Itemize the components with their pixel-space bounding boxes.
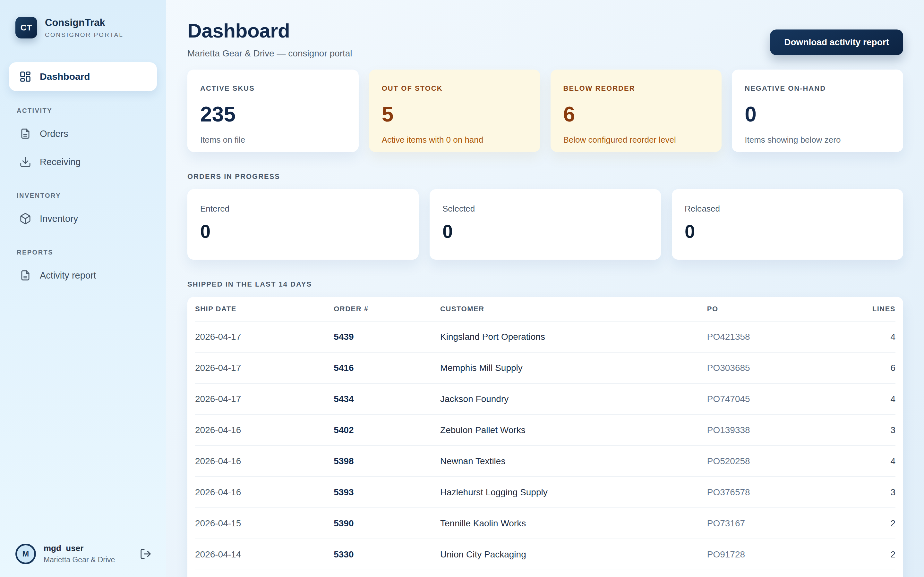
po-cell: PO303685 xyxy=(707,363,853,373)
column-header-ship-date: SHIP DATE xyxy=(195,305,334,313)
order-number-link[interactable]: 5398 xyxy=(334,456,440,466)
customer-cell: Newnan Textiles xyxy=(440,456,707,466)
shipments-table-body: 2026-04-17 5439 Kingsland Port Operation… xyxy=(195,322,895,570)
customer-cell: Hazlehurst Logging Supply xyxy=(440,487,707,498)
customer-cell: Kingsland Port Operations xyxy=(440,332,707,342)
table-row: 2026-04-16 5393 Hazlehurst Logging Suppl… xyxy=(195,477,895,508)
ship-date-cell: 2026-04-16 xyxy=(195,456,334,466)
stat-cards-row: ACTIVE SKUS 235 Items on file OUT OF STO… xyxy=(187,69,903,152)
customer-cell: Jackson Foundry xyxy=(440,394,707,404)
page-subtitle: Marietta Gear & Drive — consignor portal xyxy=(187,48,352,59)
stat-card-label: OUT OF STOCK xyxy=(382,84,527,93)
user-meta: mgd_user Marietta Gear & Drive xyxy=(44,543,115,564)
column-header-po: PO xyxy=(707,305,853,313)
ship-date-cell: 2026-04-16 xyxy=(195,487,334,498)
logout-icon[interactable] xyxy=(140,548,152,560)
order-status-label: Released xyxy=(685,204,890,214)
sidebar-item[interactable]: Activity report xyxy=(9,261,157,290)
section-label-activity: ACTIVITY xyxy=(17,107,157,114)
sidebar-item[interactable]: Receiving xyxy=(9,148,157,176)
stat-card: OUT OF STOCK 5 Active items with 0 on ha… xyxy=(369,69,540,152)
sidebar-item-label: Receiving xyxy=(40,157,81,167)
ship-date-cell: 2026-04-17 xyxy=(195,332,334,342)
po-cell: PO91728 xyxy=(707,550,853,560)
table-row: 2026-04-17 5434 Jackson Foundry PO747045… xyxy=(195,384,895,415)
sidebar-section-reports: REPORTS Activity report xyxy=(9,233,157,290)
column-header-customer: CUSTOMER xyxy=(440,305,707,313)
customer-cell: Memphis Mill Supply xyxy=(440,363,707,373)
stat-card: BELOW REORDER 6 Below configured reorder… xyxy=(551,69,722,152)
po-cell: PO376578 xyxy=(707,487,853,498)
order-number-link[interactable]: 5330 xyxy=(334,550,440,560)
stat-card-value: 5 xyxy=(382,103,527,125)
lines-cell: 2 xyxy=(853,550,895,560)
download-activity-report-button[interactable]: Download activity report xyxy=(770,29,903,55)
orders-in-progress-row: Entered 0 Selected 0 Released 0 xyxy=(187,189,903,259)
main-content: Dashboard Marietta Gear & Drive — consig… xyxy=(166,0,924,577)
table-row: 2026-04-14 5330 Union City Packaging PO9… xyxy=(195,539,895,570)
lines-cell: 4 xyxy=(853,332,895,342)
customer-cell: Union City Packaging xyxy=(440,550,707,560)
sidebar-item-label: Activity report xyxy=(40,270,96,281)
order-status-card: Released 0 xyxy=(672,189,903,259)
order-status-value: 0 xyxy=(685,222,890,241)
order-number-link[interactable]: 5393 xyxy=(334,487,440,498)
shipments-table: SHIP DATE ORDER # CUSTOMER PO LINES 2026… xyxy=(187,297,903,577)
stat-card-subtext: Below configured reorder level xyxy=(564,135,709,145)
order-status-value: 0 xyxy=(443,222,648,241)
sidebar-item-dashboard[interactable]: Dashboard xyxy=(9,62,157,91)
ship-date-cell: 2026-04-15 xyxy=(195,518,334,529)
table-row: 2026-04-16 5402 Zebulon Pallet Works PO1… xyxy=(195,415,895,446)
lines-cell: 2 xyxy=(853,518,895,529)
stat-card-subtext: Items showing below zero xyxy=(745,135,890,145)
order-number-link[interactable]: 5439 xyxy=(334,332,440,342)
order-status-label: Entered xyxy=(200,204,406,214)
page-header: Dashboard Marietta Gear & Drive — consig… xyxy=(187,19,903,59)
brand-text: ConsignTrak CONSIGNOR PORTAL xyxy=(45,17,124,39)
order-number-link[interactable]: 5416 xyxy=(334,363,440,373)
shipments-table-header: SHIP DATE ORDER # CUSTOMER PO LINES xyxy=(195,297,895,322)
po-cell: PO520258 xyxy=(707,456,853,466)
column-header-lines: LINES xyxy=(853,305,895,313)
brand-tagline: CONSIGNOR PORTAL xyxy=(45,31,124,39)
po-cell: PO747045 xyxy=(707,394,853,404)
username: mgd_user xyxy=(44,543,115,553)
lines-cell: 4 xyxy=(853,456,895,466)
stat-card-value: 6 xyxy=(564,103,709,125)
column-header-order-number: ORDER # xyxy=(334,305,440,313)
lines-cell: 4 xyxy=(853,394,895,404)
po-cell: PO139338 xyxy=(707,425,853,435)
orders-in-progress-heading: ORDERS IN PROGRESS xyxy=(187,172,903,181)
order-number-link[interactable]: 5390 xyxy=(334,518,440,529)
table-row: 2026-04-15 5390 Tennille Kaolin Works PO… xyxy=(195,508,895,539)
page-title: Dashboard xyxy=(187,19,352,42)
sidebar-section-activity: ACTIVITY Orders Receiving xyxy=(9,91,157,176)
brand-logo: CT xyxy=(15,17,37,39)
sidebar-item-label: Inventory xyxy=(40,213,78,224)
brand: CT ConsignTrak CONSIGNOR PORTAL xyxy=(9,17,157,39)
dashboard-grid-icon xyxy=(19,71,31,83)
sidebar-section-inventory: INVENTORY Inventory xyxy=(9,176,157,233)
lines-cell: 3 xyxy=(853,487,895,498)
ship-date-cell: 2026-04-16 xyxy=(195,425,334,435)
sidebar-item[interactable]: Orders xyxy=(9,119,157,148)
sidebar-item[interactable]: Inventory xyxy=(9,205,157,233)
download-icon xyxy=(19,156,31,168)
stat-card: ACTIVE SKUS 235 Items on file xyxy=(187,69,359,152)
po-cell: PO421358 xyxy=(707,332,853,342)
stat-card-label: ACTIVE SKUS xyxy=(200,84,346,93)
order-number-link[interactable]: 5402 xyxy=(334,425,440,435)
stat-card-label: BELOW REORDER xyxy=(564,84,709,93)
avatar: M xyxy=(15,544,36,564)
stat-card-value: 0 xyxy=(745,103,890,125)
ship-date-cell: 2026-04-17 xyxy=(195,363,334,373)
box-icon xyxy=(19,213,31,225)
order-number-link[interactable]: 5434 xyxy=(334,394,440,404)
table-row: 2026-04-17 5416 Memphis Mill Supply PO30… xyxy=(195,353,895,384)
ship-date-cell: 2026-04-14 xyxy=(195,550,334,560)
app-window: CT ConsignTrak CONSIGNOR PORTAL Dashboar… xyxy=(0,0,924,577)
section-label-reports: REPORTS xyxy=(17,249,157,256)
stat-card-subtext: Items on file xyxy=(200,135,346,145)
file-text-icon xyxy=(19,127,31,140)
stat-card: NEGATIVE ON-HAND 0 Items showing below z… xyxy=(732,69,903,152)
